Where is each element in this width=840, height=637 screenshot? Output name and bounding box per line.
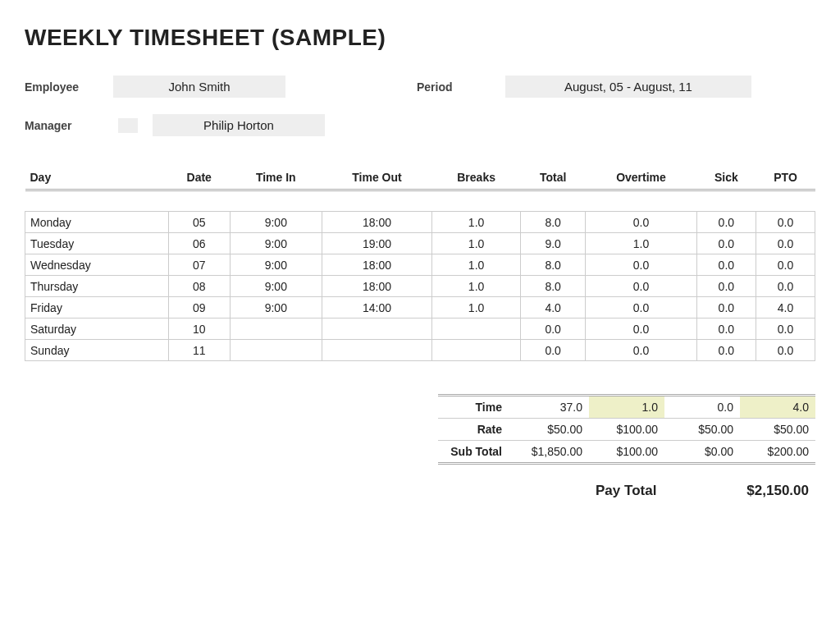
summary-subtotal-label: Sub Total (438, 441, 514, 464)
cell[interactable]: 1.0 (586, 233, 696, 254)
cell[interactable]: 0.0 (586, 212, 696, 233)
cell[interactable]: 0.0 (756, 276, 815, 297)
cell[interactable]: 0.0 (696, 297, 756, 318)
cell[interactable]: 11 (168, 340, 230, 361)
cell[interactable]: 1.0 (432, 276, 521, 297)
employee-label: Employee (25, 80, 98, 94)
cell[interactable]: 4.0 (756, 297, 815, 318)
cell[interactable]: Wednesday (25, 254, 169, 276)
cell[interactable]: 06 (168, 233, 230, 254)
cell[interactable]: Monday (25, 212, 169, 233)
th-date: Date (168, 166, 230, 190)
cell[interactable]: Friday (25, 297, 169, 318)
cell[interactable]: 0.0 (696, 233, 756, 254)
table-row: Tuesday069:0019:001.09.01.00.00.0 (25, 233, 815, 254)
summary-subtotal-sick: $0.00 (664, 441, 740, 464)
cell[interactable]: 9:00 (230, 233, 322, 254)
cell[interactable]: 10 (168, 318, 230, 340)
table-row: Thursday089:0018:001.08.00.00.00.0 (25, 276, 815, 297)
manager-label: Manager (25, 119, 98, 132)
page-title: WEEKLY TIMESHEET (SAMPLE) (25, 25, 815, 51)
cell[interactable]: 0.0 (586, 276, 696, 297)
cell[interactable]: 9:00 (230, 254, 322, 276)
summary-time-label: Time (438, 396, 514, 419)
cell[interactable]: 9:00 (230, 297, 322, 318)
timesheet-table: Day Date Time In Time Out Breaks Total O… (25, 166, 815, 361)
table-row: Saturday100.00.00.00.0 (25, 318, 815, 340)
cell[interactable]: 8.0 (520, 254, 586, 276)
cell[interactable]: 19:00 (322, 233, 432, 254)
cell[interactable]: 1.0 (432, 212, 521, 233)
cell[interactable]: 1.0 (432, 297, 521, 318)
cell[interactable]: Sunday (25, 340, 169, 361)
cell[interactable]: 0.0 (586, 254, 696, 276)
cell[interactable] (230, 318, 322, 340)
summary-rate-ot: $100.00 (589, 419, 664, 441)
summary-table: Time 37.0 1.0 0.0 4.0 Rate $50.00 $100.0… (438, 394, 815, 465)
cell[interactable]: 9.0 (520, 233, 586, 254)
cell[interactable]: Thursday (25, 276, 169, 297)
meta-row-2: Manager Philip Horton (25, 114, 815, 136)
cell[interactable]: 09 (168, 297, 230, 318)
manager-tab (118, 118, 138, 133)
th-breaks: Breaks (432, 166, 521, 190)
cell[interactable]: 1.0 (432, 254, 521, 276)
cell[interactable]: 0.0 (756, 254, 815, 276)
summary-time-total: 37.0 (514, 396, 589, 419)
th-overtime: Overtime (586, 166, 696, 190)
cell[interactable]: 0.0 (696, 254, 756, 276)
paytotal-value: $2,150.00 (746, 483, 809, 499)
summary-rate-total: $50.00 (514, 419, 589, 441)
cell[interactable] (322, 318, 432, 340)
cell[interactable]: 14:00 (322, 297, 432, 318)
manager-value[interactable]: Philip Horton (153, 114, 325, 136)
paytotal-label: Pay Total (596, 483, 656, 499)
cell[interactable]: Tuesday (25, 233, 169, 254)
table-row: Friday099:0014:001.04.00.00.04.0 (25, 297, 815, 318)
cell[interactable] (432, 340, 521, 361)
cell[interactable]: 0.0 (586, 340, 696, 361)
cell[interactable]: 07 (168, 254, 230, 276)
th-sick: Sick (696, 166, 756, 190)
period-label: Period (417, 80, 491, 94)
cell[interactable]: 0.0 (520, 340, 586, 361)
summary-time-pto: 4.0 (740, 396, 815, 419)
cell[interactable]: 0.0 (520, 318, 586, 340)
summary-subtotal-ot: $100.00 (589, 441, 664, 464)
cell[interactable]: 9:00 (230, 212, 322, 233)
th-total: Total (520, 166, 586, 190)
cell[interactable]: 08 (168, 276, 230, 297)
period-value[interactable]: August, 05 - August, 11 (505, 76, 751, 98)
summary-subtotal-pto: $200.00 (740, 441, 815, 464)
cell[interactable]: 18:00 (322, 212, 432, 233)
summary-rate-pto: $50.00 (740, 419, 815, 441)
th-day: Day (25, 166, 169, 190)
cell[interactable]: 0.0 (756, 318, 815, 340)
cell[interactable]: 0.0 (756, 340, 815, 361)
table-row: Sunday110.00.00.00.0 (25, 340, 815, 361)
cell[interactable]: 0.0 (756, 233, 815, 254)
cell[interactable]: Saturday (25, 318, 169, 340)
cell[interactable] (322, 340, 432, 361)
summary-rate-label: Rate (438, 419, 514, 441)
summary-subtotal-total: $1,850.00 (514, 441, 589, 464)
cell[interactable]: 05 (168, 212, 230, 233)
cell[interactable]: 9:00 (230, 276, 322, 297)
cell[interactable]: 18:00 (322, 254, 432, 276)
cell[interactable]: 18:00 (322, 276, 432, 297)
cell[interactable]: 0.0 (696, 340, 756, 361)
cell[interactable]: 0.0 (696, 318, 756, 340)
summary-rate-sick: $50.00 (664, 419, 740, 441)
cell[interactable]: 0.0 (756, 212, 815, 233)
cell[interactable]: 0.0 (696, 276, 756, 297)
cell[interactable]: 1.0 (432, 233, 521, 254)
cell[interactable] (230, 340, 322, 361)
employee-value[interactable]: John Smith (113, 76, 285, 98)
cell[interactable] (432, 318, 521, 340)
cell[interactable]: 0.0 (586, 297, 696, 318)
cell[interactable]: 0.0 (696, 212, 756, 233)
cell[interactable]: 4.0 (520, 297, 586, 318)
cell[interactable]: 8.0 (520, 276, 586, 297)
cell[interactable]: 0.0 (586, 318, 696, 340)
cell[interactable]: 8.0 (520, 212, 586, 233)
